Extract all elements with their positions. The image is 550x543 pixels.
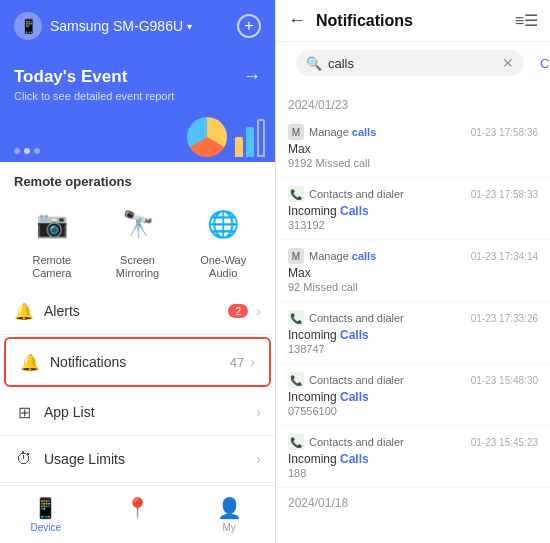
device-nav-label: Device (31, 522, 62, 533)
notif-item-2[interactable]: 📞 Contacts and dialer 01-23 17:58:33 Inc… (276, 178, 550, 240)
bar-chart-1 (235, 137, 243, 157)
search-input[interactable] (328, 56, 496, 71)
right-title: Notifications (316, 12, 515, 30)
cancel-button[interactable]: Cancel (540, 56, 550, 71)
add-device-button[interactable]: + (237, 14, 261, 38)
clear-search-button[interactable]: ✕ (502, 55, 514, 71)
dot-2 (24, 148, 30, 154)
alerts-label: Alerts (44, 303, 228, 319)
camera-icon: 📷 (27, 199, 77, 249)
notif-time-1: 01-23 17:58:36 (471, 127, 538, 138)
bottom-nav-device[interactable]: 📱 Device (0, 492, 92, 537)
mirroring-icon: 🔭 (113, 199, 163, 249)
chevron-right-icon: › (256, 303, 261, 319)
left-panel: 📱 Samsung SM-G986U ▾ + Today's Event → C… (0, 0, 275, 543)
notif-time-5: 01-23 15:48:30 (471, 375, 538, 386)
carousel-dots (14, 148, 40, 154)
notif-time-6: 01-23 15:45:23 (471, 437, 538, 448)
notif-time-2: 01-23 17:58:33 (471, 189, 538, 200)
usage-label: Usage Limits (44, 451, 256, 467)
usage-icon: ⏱ (14, 449, 34, 469)
contacts-icon-5: 📞 (288, 372, 304, 388)
bottom-nav-my[interactable]: 👤 My (183, 492, 275, 537)
notif-content-3: Max (288, 266, 538, 280)
remote-ops-grid: 📷 RemoteCamera 🔭 ScreenMirroring 🌐 One-W… (14, 199, 261, 280)
notif-content-6: Incoming Calls (288, 452, 538, 466)
notif-item-1[interactable]: M Manage calls 01-23 17:58:36 Max 9192 M… (276, 116, 550, 178)
notif-item-4[interactable]: 📞 Contacts and dialer 01-23 17:33:26 Inc… (276, 302, 550, 364)
notif-item-6[interactable]: 📞 Contacts and dialer 01-23 15:45:23 Inc… (276, 426, 550, 488)
audio-icon: 🌐 (198, 199, 248, 249)
my-nav-label: My (223, 522, 236, 533)
bar-chart-2 (246, 127, 254, 157)
event-title: Today's Event → (14, 66, 261, 87)
notif-content-4: Incoming Calls (288, 328, 538, 342)
search-icon: 🔍 (306, 56, 322, 71)
nav-item-alerts[interactable]: 🔔 Alerts 2 › (0, 288, 275, 335)
device-nav-icon: 📱 (33, 496, 58, 520)
manage-icon-1: M (288, 124, 304, 140)
manage-icon-3: M (288, 248, 304, 264)
nav-item-usage[interactable]: ⏱ Usage Limits › (0, 436, 275, 483)
notif-top-2: 📞 Contacts and dialer 01-23 17:58:33 (288, 186, 538, 202)
notif-app-4: 📞 Contacts and dialer (288, 310, 404, 326)
applist-label: App List (44, 404, 256, 420)
screen-mirroring-button[interactable]: 🔭 ScreenMirroring (100, 199, 176, 280)
bottom-nav: 📱 Device 📍 👤 My (0, 485, 275, 543)
notif-app-3: M Manage calls (288, 248, 376, 264)
notif-item-3[interactable]: M Manage calls 01-23 17:34:14 Max 92 Mis… (276, 240, 550, 302)
arrow-icon: → (243, 66, 261, 87)
remote-camera-button[interactable]: 📷 RemoteCamera (14, 199, 90, 280)
dot-1 (14, 148, 20, 154)
filter-icon[interactable]: ≡☰ (515, 11, 538, 30)
notif-content-1: Max (288, 142, 538, 156)
notif-top-3: M Manage calls 01-23 17:34:14 (288, 248, 538, 264)
notif-time-4: 01-23 17:33:26 (471, 313, 538, 324)
nav-item-applist[interactable]: ⊞ App List › (0, 389, 275, 436)
notif-content-2: Incoming Calls (288, 204, 538, 218)
bar-chart-3 (257, 119, 265, 157)
date-header-1: 2024/01/23 (276, 90, 550, 116)
notifications-label: Notifications (50, 354, 230, 370)
notif-detail-4: 138747 (288, 343, 538, 355)
notif-app-6: 📞 Contacts and dialer (288, 434, 404, 450)
event-subtitle: Click to see detailed event report (14, 90, 261, 102)
pie-chart (187, 117, 227, 157)
remote-ops-title: Remote operations (14, 174, 261, 189)
my-nav-icon: 👤 (217, 496, 242, 520)
notification-bell-icon: 🔔 (20, 352, 40, 372)
remote-camera-label: RemoteCamera (32, 254, 71, 280)
nav-item-notifications[interactable]: 🔔 Notifications 47 › (4, 337, 271, 387)
search-bar: 🔍 ✕ (296, 50, 524, 76)
notif-detail-6: 188 (288, 467, 538, 479)
notif-app-2: 📞 Contacts and dialer (288, 186, 404, 202)
alerts-badge: 2 (228, 304, 248, 318)
device-info: 📱 Samsung SM-G986U ▾ (14, 12, 192, 40)
search-row: 🔍 ✕ Cancel (276, 42, 550, 90)
notif-top-5: 📞 Contacts and dialer 01-23 15:48:30 (288, 372, 538, 388)
remote-ops-section: Remote operations 📷 RemoteCamera 🔭 Scree… (0, 162, 275, 288)
contacts-icon-4: 📞 (288, 310, 304, 326)
notif-top-6: 📞 Contacts and dialer 01-23 15:45:23 (288, 434, 538, 450)
bottom-nav-location[interactable]: 📍 (92, 492, 184, 537)
event-card[interactable]: Today's Event → Click to see detailed ev… (0, 52, 275, 162)
applist-icon: ⊞ (14, 402, 34, 422)
right-header: ← Notifications ≡☰ (276, 0, 550, 42)
notif-content-5: Incoming Calls (288, 390, 538, 404)
contacts-icon-2: 📞 (288, 186, 304, 202)
nav-items: 🔔 Alerts 2 › 🔔 Notifications 47 › ⊞ App … (0, 288, 275, 485)
chevron-down-icon: ▾ (187, 21, 192, 32)
notif-detail-1: 9192 Missed call (288, 157, 538, 169)
notification-list: 2024/01/23 M Manage calls 01-23 17:58:36… (276, 90, 550, 543)
location-nav-icon: 📍 (125, 496, 150, 520)
back-button[interactable]: ← (288, 10, 306, 31)
notif-top-1: M Manage calls 01-23 17:58:36 (288, 124, 538, 140)
date-header-2: 2024/01/18 (276, 488, 550, 514)
notif-item-5[interactable]: 📞 Contacts and dialer 01-23 15:48:30 Inc… (276, 364, 550, 426)
right-panel: ← Notifications ≡☰ 🔍 ✕ Cancel 2024/01/23… (275, 0, 550, 543)
device-header: 📱 Samsung SM-G986U ▾ + (0, 0, 275, 52)
device-name[interactable]: Samsung SM-G986U ▾ (50, 18, 192, 34)
one-way-audio-button[interactable]: 🌐 One-WayAudio (185, 199, 261, 280)
nav-item-social[interactable]: 👁 Social Content Detection › (0, 483, 275, 485)
notifications-count: 47 (230, 355, 244, 370)
